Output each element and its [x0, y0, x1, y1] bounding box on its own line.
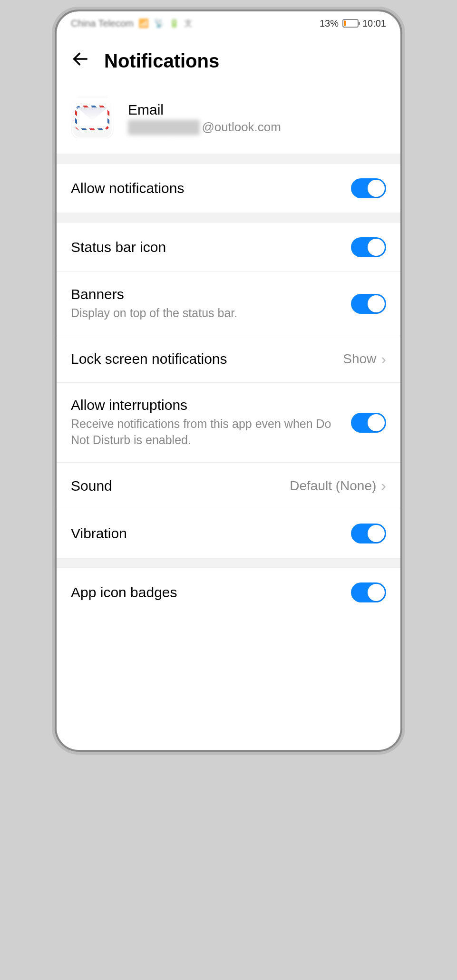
battery-icon: [342, 19, 359, 28]
row-subtitle: Display on top of the status bar.: [71, 305, 341, 321]
toggle-status-bar-icon[interactable]: [351, 237, 386, 257]
row-title: Banners: [71, 286, 341, 302]
section-divider: [57, 154, 400, 164]
signal-icon: 📶: [138, 18, 149, 29]
page-title: Notifications: [104, 50, 219, 72]
row-title: Lock screen notifications: [71, 351, 333, 367]
status-carrier-area: China Telecom 📶 📡 🔋 支: [71, 18, 193, 29]
toggle-app-icon-badges[interactable]: [351, 582, 386, 602]
section-divider: [57, 558, 400, 568]
email-domain: @outlook.com: [202, 120, 281, 135]
row-value: Default (None): [290, 478, 376, 494]
app-email-address: ████████@outlook.com: [128, 120, 281, 135]
alipay-icon: 支: [184, 18, 193, 29]
toggle-allow-notifications[interactable]: [351, 178, 386, 198]
section-divider: [57, 213, 400, 223]
row-allow-notifications[interactable]: Allow notifications: [57, 164, 400, 213]
row-title: Allow interruptions: [71, 397, 341, 413]
row-title: Vibration: [71, 525, 341, 542]
email-app-icon: [71, 97, 114, 139]
clock: 10:01: [362, 18, 386, 29]
row-allow-interruptions[interactable]: Allow interruptions Receive notification…: [57, 383, 400, 463]
app-info: Email ████████@outlook.com: [57, 92, 400, 154]
row-vibration[interactable]: Vibration: [57, 509, 400, 558]
chevron-right-icon: ›: [381, 477, 386, 495]
row-sound[interactable]: Sound Default (None) ›: [57, 463, 400, 509]
battery-saver-icon: 🔋: [169, 18, 179, 29]
row-banners[interactable]: Banners Display on top of the status bar…: [57, 272, 400, 336]
row-value: Show: [343, 351, 376, 367]
row-title: Sound: [71, 478, 280, 494]
row-subtitle: Receive notifications from this app even…: [71, 416, 341, 448]
header: Notifications: [57, 35, 400, 92]
app-name: Email: [128, 102, 281, 118]
row-title: Allow notifications: [71, 180, 341, 196]
empty-space: [57, 617, 400, 750]
status-right-area: 13% 10:01: [320, 18, 386, 29]
row-lock-screen[interactable]: Lock screen notifications Show ›: [57, 336, 400, 383]
carrier-label: China Telecom: [71, 18, 134, 29]
row-title: App icon badges: [71, 584, 341, 601]
row-title: Status bar icon: [71, 239, 341, 255]
chevron-right-icon: ›: [381, 350, 386, 368]
obscured-email-local: ████████: [128, 120, 200, 135]
status-bar: China Telecom 📶 📡 🔋 支 13% 10:01: [57, 11, 400, 35]
battery-percent: 13%: [320, 18, 339, 29]
back-arrow-icon[interactable]: [71, 49, 90, 73]
row-status-bar-icon[interactable]: Status bar icon: [57, 223, 400, 272]
toggle-vibration[interactable]: [351, 524, 386, 543]
row-app-icon-badges[interactable]: App icon badges: [57, 568, 400, 617]
wifi-icon: 📡: [154, 18, 164, 29]
toggle-allow-interruptions[interactable]: [351, 413, 386, 433]
toggle-banners[interactable]: [351, 294, 386, 314]
